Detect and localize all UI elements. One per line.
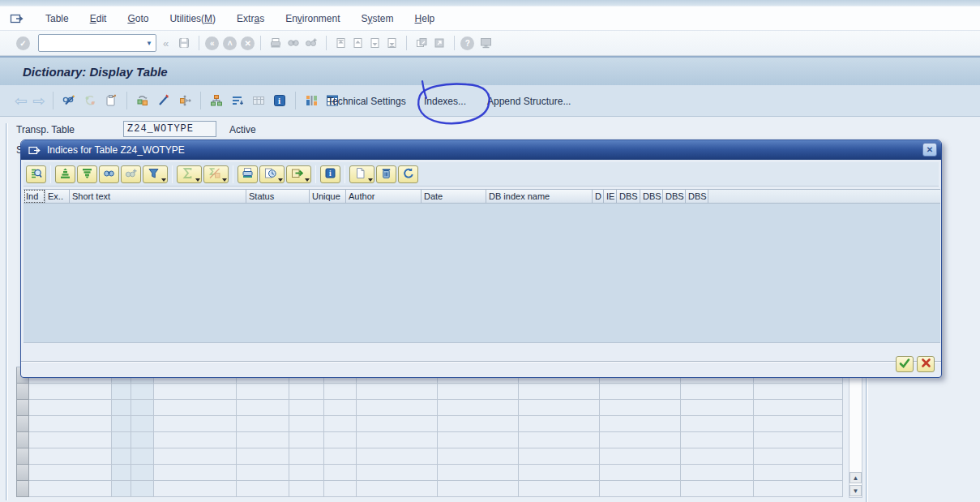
table-cell[interactable] — [324, 400, 357, 416]
sum-button[interactable] — [177, 165, 202, 183]
table-cell[interactable] — [357, 432, 438, 448]
save-icon[interactable] — [178, 36, 190, 49]
indexes-button[interactable]: Indexes... — [421, 85, 469, 117]
table-cell[interactable] — [754, 448, 843, 465]
shortcut-icon[interactable] — [433, 36, 446, 49]
table-cell[interactable] — [600, 432, 681, 448]
table-cell[interactable] — [29, 400, 112, 416]
print-icon[interactable] — [269, 36, 282, 49]
table-cell[interactable] — [357, 416, 438, 432]
table-cell[interactable] — [519, 384, 600, 400]
collapse-icon[interactable]: « — [163, 37, 169, 49]
first-page-icon[interactable] — [335, 36, 347, 49]
row-selector[interactable] — [16, 416, 29, 432]
table-cell[interactable] — [438, 481, 519, 497]
column-header-dbs-2[interactable]: DBS — [640, 189, 663, 204]
table-cell[interactable] — [131, 465, 154, 481]
table-cell[interactable] — [289, 416, 324, 432]
find-next-icon[interactable] — [305, 36, 318, 49]
table-cell[interactable] — [112, 481, 131, 497]
column-header-ex[interactable]: Ex.. — [45, 189, 70, 204]
row-selector[interactable] — [16, 465, 29, 481]
table-cell[interactable] — [237, 432, 289, 448]
sort-ascending-button[interactable] — [55, 165, 75, 183]
compare-icon[interactable] — [135, 93, 150, 108]
views-button[interactable] — [259, 165, 285, 183]
menu-table[interactable]: Table — [35, 10, 79, 28]
append-structure-button[interactable]: Append Structure... — [484, 85, 574, 117]
sort-descending-button[interactable] — [77, 165, 97, 183]
table-cell[interactable] — [681, 465, 754, 481]
command-dropdown-icon[interactable]: ▼ — [143, 40, 156, 47]
table-cell[interactable] — [519, 416, 600, 432]
find-button[interactable] — [99, 165, 119, 183]
display-change-icon[interactable] — [62, 93, 76, 108]
command-input[interactable] — [39, 36, 143, 50]
column-header-date[interactable]: Date — [422, 189, 486, 204]
export-button[interactable] — [286, 165, 311, 183]
table-cell[interactable] — [357, 481, 438, 497]
table-cell[interactable] — [289, 432, 324, 448]
menu-environment[interactable]: Environment — [275, 10, 350, 28]
table-cell[interactable] — [519, 448, 600, 465]
table-cell[interactable] — [237, 416, 289, 432]
column-header-db-index-name[interactable]: DB index name — [486, 189, 593, 204]
table-cell[interactable] — [681, 384, 754, 400]
table-cell[interactable] — [754, 384, 843, 400]
print-button[interactable] — [238, 165, 258, 183]
table-cell[interactable] — [324, 432, 357, 448]
where-used-icon[interactable] — [156, 93, 171, 108]
table-cell[interactable] — [237, 400, 289, 416]
create-button[interactable] — [349, 165, 374, 183]
transp-table-field[interactable]: Z24_WOTYPE — [123, 121, 216, 137]
table-cell[interactable] — [237, 465, 289, 481]
column-header-ind[interactable]: Ind — [24, 189, 45, 204]
last-page-icon[interactable] — [386, 36, 398, 49]
table-cell[interactable] — [237, 384, 289, 400]
table-contents-icon[interactable] — [251, 93, 266, 108]
table-cell[interactable] — [754, 416, 843, 432]
table-cell[interactable] — [289, 384, 324, 400]
table-cell[interactable] — [600, 416, 681, 432]
table-cell[interactable] — [681, 432, 754, 448]
technical-settings-button[interactable]: Technical Settings — [324, 85, 409, 117]
table-cell[interactable] — [29, 465, 112, 481]
forward-icon[interactable]: ⇨ — [32, 93, 45, 109]
table-cell[interactable] — [600, 448, 681, 465]
table-cell[interactable] — [131, 400, 154, 416]
table-cell[interactable] — [112, 465, 131, 481]
table-cell[interactable] — [600, 465, 681, 481]
table-cell[interactable] — [131, 384, 154, 400]
table-cell[interactable] — [681, 448, 754, 465]
subtotals-button[interactable] — [203, 165, 229, 183]
table-cell[interactable] — [681, 400, 754, 416]
enter-icon[interactable]: ✓ — [16, 36, 30, 50]
delete-button[interactable] — [376, 165, 396, 183]
cancel-icon[interactable]: ✕ — [241, 36, 255, 50]
table-cell[interactable] — [519, 400, 600, 416]
new-session-icon[interactable] — [415, 36, 428, 49]
table-cell[interactable] — [131, 416, 154, 432]
table-cell[interactable] — [29, 448, 112, 465]
refresh-button[interactable] — [398, 165, 418, 183]
table-cell[interactable] — [154, 384, 237, 400]
table-cell[interactable] — [324, 448, 357, 465]
grid-body-empty[interactable] — [24, 204, 940, 343]
table-cell[interactable] — [29, 416, 112, 432]
table-cell[interactable] — [754, 400, 843, 416]
table-cell[interactable] — [600, 481, 681, 497]
table-cell[interactable] — [438, 432, 519, 448]
table-cell[interactable] — [324, 465, 357, 481]
table-cell[interactable] — [112, 400, 131, 416]
table-cell[interactable] — [357, 465, 438, 481]
command-field[interactable]: ▼ — [38, 34, 156, 52]
menu-help[interactable]: Help — [404, 10, 446, 28]
find-icon[interactable] — [287, 36, 300, 49]
find-next-button[interactable] — [121, 165, 141, 183]
table-cell[interactable] — [29, 481, 112, 497]
row-selector[interactable] — [16, 384, 29, 400]
back-icon[interactable]: ⇦ — [15, 93, 28, 109]
row-selector[interactable] — [16, 448, 29, 465]
column-header-ie[interactable]: IE — [604, 189, 617, 204]
gui-settings-icon[interactable] — [479, 36, 493, 49]
